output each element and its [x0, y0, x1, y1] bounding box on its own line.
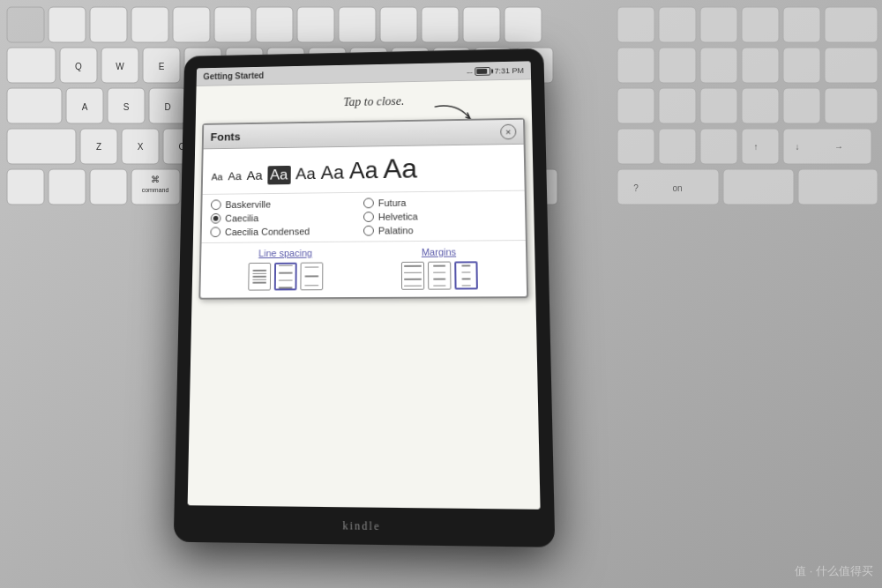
font-label-helvetica: Helvetica: [378, 212, 418, 222]
margin-narrow[interactable]: [400, 262, 423, 290]
spacing-medium[interactable]: [273, 263, 296, 291]
svg-rect-27: [7, 88, 62, 123]
margin-wide[interactable]: [454, 261, 478, 289]
svg-text:on: on: [672, 183, 682, 193]
line-spacing-options: [248, 263, 323, 291]
font-label-palatino: Palatino: [378, 225, 414, 235]
margins-section: Margins: [362, 246, 518, 290]
font-option-baskerville[interactable]: Baskerville: [211, 198, 360, 210]
line-spacing-label: Line spacing: [258, 248, 312, 258]
svg-rect-94: [617, 48, 654, 83]
radio-helvetica[interactable]: [363, 212, 374, 222]
spacing-tight[interactable]: [248, 263, 271, 291]
spacing-wide[interactable]: [300, 263, 323, 291]
svg-rect-50: [7, 169, 44, 205]
font-label-caecilia-condensed: Caecilia Condensed: [225, 226, 310, 237]
font-options-grid: Baskerville Futura Caecilia: [202, 191, 526, 243]
svg-rect-4: [131, 7, 168, 42]
svg-text:Z: Z: [96, 142, 101, 152]
font-size-6[interactable]: Aa: [321, 161, 344, 183]
radio-caecilia[interactable]: [211, 213, 221, 224]
font-option-helvetica[interactable]: Helvetica: [363, 210, 516, 222]
svg-rect-98: [783, 48, 820, 83]
margin-medium[interactable]: [427, 262, 451, 290]
svg-rect-2: [49, 7, 86, 42]
font-option-futura[interactable]: Futura: [363, 197, 516, 209]
svg-rect-93: [825, 7, 878, 42]
radio-baskerville[interactable]: [211, 199, 221, 210]
svg-rect-106: [617, 129, 654, 164]
svg-rect-51: [49, 169, 86, 205]
svg-rect-103: [742, 88, 779, 123]
status-time: 7:31 PM: [495, 66, 524, 75]
font-size-2[interactable]: Aa: [228, 170, 242, 183]
svg-rect-96: [700, 48, 737, 83]
radio-palatino[interactable]: [363, 226, 374, 236]
svg-text:D: D: [164, 102, 170, 112]
svg-text:?: ?: [633, 183, 639, 193]
kindle-screen-content: Tap to close. Fonts × Aa: [188, 79, 541, 509]
kindle-brand-label: kindle: [342, 519, 380, 533]
radio-caecilia-condensed[interactable]: [210, 227, 220, 237]
svg-rect-95: [659, 48, 696, 83]
font-size-7[interactable]: Aa: [349, 158, 378, 184]
font-option-palatino[interactable]: Palatino: [363, 224, 517, 235]
svg-rect-107: [659, 129, 696, 164]
svg-rect-7: [256, 7, 293, 42]
svg-rect-5: [173, 7, 210, 42]
font-size-3[interactable]: Aa: [247, 167, 263, 182]
svg-text:X: X: [138, 142, 144, 152]
font-size-1[interactable]: Aa: [212, 172, 223, 182]
statusbar-title: Getting Started: [203, 71, 264, 81]
font-size-8[interactable]: Aa: [383, 153, 417, 184]
margin-options: [400, 261, 477, 289]
svg-rect-112: [723, 169, 794, 205]
svg-rect-52: [90, 169, 127, 205]
svg-rect-90: [700, 7, 737, 42]
spacing-margins-section: Line spacing: [200, 241, 527, 298]
tap-to-close-text: Tap to close.: [343, 94, 404, 108]
svg-rect-6: [214, 7, 251, 42]
line-spacing-section: Line spacing: [209, 247, 362, 290]
font-size-4[interactable]: Aa: [267, 166, 290, 185]
statusbar-right: ..... 7:31 PM: [467, 66, 524, 76]
font-label-caecilia: Caecilia: [225, 212, 258, 223]
svg-text:⌘: ⌘: [151, 175, 160, 184]
font-label-baskerville: Baskerville: [225, 199, 271, 210]
svg-rect-14: [7, 48, 56, 83]
svg-text:↑: ↑: [754, 142, 759, 152]
radio-futura[interactable]: [363, 197, 374, 208]
svg-rect-92: [783, 7, 820, 42]
svg-rect-91: [742, 7, 779, 42]
svg-rect-11: [422, 7, 459, 42]
font-option-caecilia-condensed[interactable]: Caecilia Condensed: [210, 226, 360, 237]
svg-rect-101: [659, 88, 696, 123]
svg-text:W: W: [116, 62, 124, 71]
svg-text:Q: Q: [75, 62, 82, 71]
svg-text:E: E: [159, 62, 165, 71]
battery-icon: [475, 67, 491, 76]
font-label-futura: Futura: [378, 197, 407, 208]
svg-text:S: S: [123, 102, 130, 112]
svg-rect-89: [659, 7, 696, 42]
svg-text:A: A: [82, 102, 88, 112]
font-option-caecilia[interactable]: Caecilia: [211, 212, 360, 223]
svg-rect-10: [380, 7, 417, 42]
svg-rect-108: [700, 129, 737, 164]
dialog-title: Fonts: [210, 130, 240, 143]
svg-rect-105: [825, 88, 878, 123]
svg-text:↓: ↓: [796, 142, 800, 152]
svg-rect-113: [798, 169, 878, 205]
font-size-5[interactable]: Aa: [295, 165, 316, 183]
svg-text:→: →: [834, 142, 843, 152]
svg-rect-109: [742, 129, 779, 164]
fonts-dialog[interactable]: Fonts × Aa Aa Aa Aa Aa Aa Aa Aa: [198, 118, 528, 300]
dialog-close-button[interactable]: ×: [500, 124, 516, 140]
svg-rect-12: [463, 7, 500, 42]
svg-text:command: command: [142, 187, 169, 193]
svg-rect-88: [617, 7, 654, 42]
svg-rect-9: [339, 7, 376, 42]
font-size-samples: Aa Aa Aa Aa Aa Aa Aa Aa: [203, 145, 525, 195]
svg-rect-13: [505, 7, 542, 42]
watermark-text: 值 · 什么值得买: [795, 563, 873, 579]
